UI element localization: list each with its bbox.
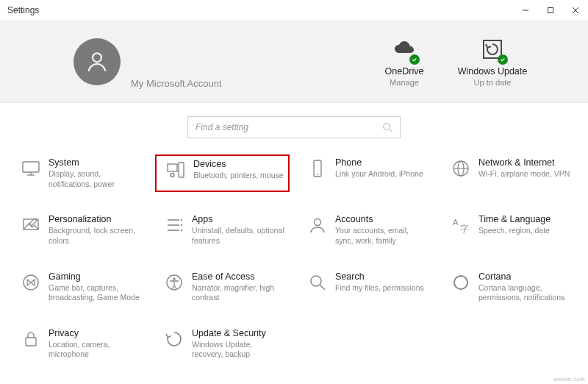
svg-point-25	[181, 230, 182, 231]
svg-point-34	[454, 276, 467, 289]
close-button[interactable]	[563, 0, 588, 21]
tile-desc: Your accounts, email, sync, work, family	[335, 226, 429, 246]
personalization-icon	[16, 214, 46, 246]
window-title: Settings	[7, 5, 39, 15]
account-header: My Microsoft Account OneDrive Manage Win…	[0, 21, 588, 103]
gaming-icon	[16, 271, 46, 303]
svg-rect-8	[23, 162, 39, 172]
svg-rect-19	[24, 219, 38, 230]
tile-gaming[interactable]: GamingGame bar, captures, broadcasting, …	[12, 269, 146, 306]
svg-point-24	[181, 224, 182, 226]
tile-title: Privacy	[49, 328, 142, 338]
quick-sub: Manage	[390, 78, 419, 87]
search-placeholder: Find a setting	[196, 122, 382, 132]
svg-point-15	[317, 174, 318, 175]
tile-desc: Wi-Fi, airplane mode, VPN	[478, 169, 570, 179]
tile-desc: Speech, region, date	[478, 226, 551, 236]
devices-icon	[161, 159, 190, 188]
tile-search[interactable]: SearchFind my files, permissions	[298, 269, 433, 306]
tile-phone[interactable]: PhoneLink your Android, iPhone	[298, 154, 433, 192]
tile-title: Cortana	[478, 271, 572, 282]
update-icon	[480, 37, 505, 62]
privacy-icon	[16, 328, 46, 360]
person-icon	[85, 49, 110, 74]
tile-title: Update & Security	[192, 328, 285, 338]
watermark: wsxdn.com	[553, 376, 585, 383]
tile-desc: Narrator, magnifier, high contrast	[192, 283, 285, 303]
svg-line-7	[390, 129, 392, 132]
tile-title: Phone	[335, 157, 423, 168]
svg-text:A: A	[453, 218, 459, 227]
svg-rect-11	[168, 164, 177, 171]
tile-cortana[interactable]: CortanaCortana language, permissions, no…	[442, 269, 576, 306]
tile-ease-of-access[interactable]: Ease of AccessNarrator, magnifier, high …	[155, 269, 290, 306]
search-input[interactable]: Find a setting	[187, 116, 401, 138]
tile-system[interactable]: SystemDisplay, sound, notifications, pow…	[12, 154, 146, 192]
update-security-icon	[159, 328, 189, 360]
tile-desc: Find my files, permissions	[335, 283, 424, 294]
tile-devices[interactable]: DevicesBluetooth, printers, mouse	[155, 154, 290, 192]
svg-point-32	[311, 276, 321, 286]
svg-point-13	[171, 174, 174, 177]
tile-title: Search	[335, 271, 424, 282]
svg-line-33	[320, 285, 325, 290]
tile-title: Ease of Access	[192, 271, 285, 282]
network-icon	[446, 157, 476, 189]
maximize-button[interactable]	[538, 0, 563, 21]
quick-title: Windows Update	[458, 66, 528, 77]
search-tile-icon	[303, 271, 332, 303]
tile-title: Devices	[193, 159, 284, 169]
tile-network[interactable]: Network & InternetWi-Fi, airplane mode, …	[442, 154, 576, 192]
tile-desc: Display, sound, notifications, power	[49, 169, 142, 189]
tile-apps[interactable]: AppsUninstall, defaults, optional featur…	[155, 211, 290, 249]
tile-title: Time & Language	[478, 214, 551, 224]
quick-sub: Up to date	[474, 78, 512, 87]
tile-title: Gaming	[49, 271, 142, 282]
tile-desc: Location, camera, microphone	[49, 340, 142, 360]
tile-accounts[interactable]: AccountsYour accounts, email, sync, work…	[298, 211, 433, 249]
window-titlebar: Settings	[0, 0, 588, 21]
quick-onedrive[interactable]: OneDrive Manage	[360, 37, 448, 87]
check-badge-icon	[498, 54, 508, 65]
search-icon	[382, 122, 392, 132]
tile-time-language[interactable]: A字 Time & LanguageSpeech, region, date	[442, 211, 576, 249]
check-badge-icon	[409, 54, 420, 65]
category-grid: SystemDisplay, sound, notifications, pow…	[0, 154, 588, 363]
tile-desc: Game bar, captures, broadcasting, Game M…	[49, 283, 142, 303]
svg-point-4	[93, 53, 101, 62]
cortana-icon	[446, 271, 476, 303]
tile-desc: Cortana language, permissions, notificat…	[478, 283, 572, 303]
tile-update-security[interactable]: Update & SecurityWindows Update, recover…	[155, 325, 290, 363]
tile-personalization[interactable]: PersonalizationBackground, lock screen, …	[12, 211, 146, 249]
tile-title: Apps	[192, 214, 285, 224]
tile-desc: Bluetooth, printers, mouse	[193, 171, 284, 181]
quick-title: OneDrive	[385, 66, 424, 77]
account-name[interactable]: My Microsoft Account	[131, 78, 222, 89]
tile-title: Network & Internet	[478, 157, 570, 168]
svg-point-6	[384, 124, 390, 130]
avatar[interactable]	[74, 38, 121, 85]
tile-title: Accounts	[335, 214, 429, 224]
minimize-button[interactable]	[513, 0, 538, 21]
cloud-icon	[392, 37, 417, 62]
phone-icon	[303, 157, 332, 189]
tile-desc: Link your Android, iPhone	[335, 169, 423, 179]
tile-title: Personalization	[49, 214, 142, 224]
svg-text:字: 字	[460, 224, 469, 234]
svg-rect-1	[548, 8, 553, 13]
svg-point-26	[315, 219, 321, 226]
accounts-icon	[303, 214, 332, 246]
svg-rect-35	[26, 338, 36, 346]
tile-desc: Uninstall, defaults, optional features	[192, 226, 285, 246]
svg-rect-12	[179, 163, 184, 177]
time-language-icon: A字	[446, 214, 476, 246]
tile-privacy[interactable]: PrivacyLocation, camera, microphone	[12, 325, 146, 363]
system-icon	[16, 157, 46, 189]
tile-title: System	[49, 157, 142, 168]
ease-of-access-icon	[159, 271, 189, 303]
apps-icon	[159, 214, 189, 246]
tile-desc: Background, lock screen, colors	[49, 226, 142, 246]
svg-point-31	[173, 277, 176, 280]
quick-windows-update[interactable]: Windows Update Up to date	[448, 37, 537, 87]
tile-desc: Windows Update, recovery, backup	[192, 340, 285, 360]
